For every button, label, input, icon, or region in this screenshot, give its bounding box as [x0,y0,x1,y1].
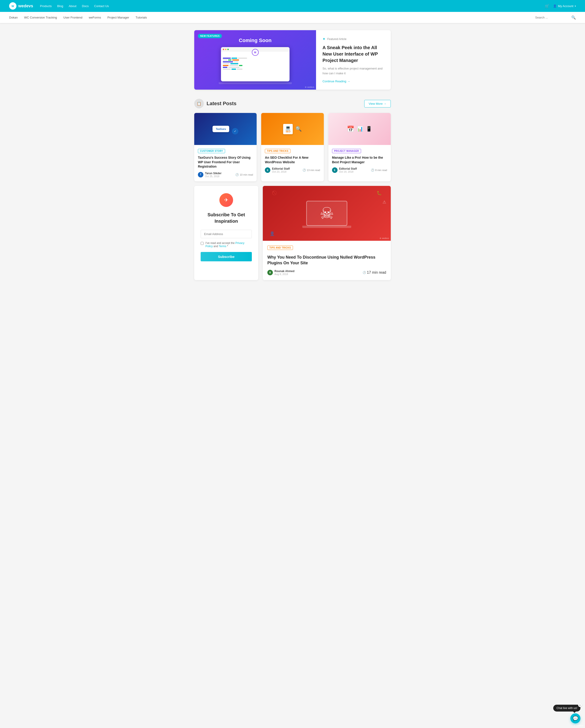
post-date-3: Oct 19, 2018 [339,170,357,173]
author-avatar-2: E [265,167,270,173]
large-post-card: 🚫 🐛 ⚠ 👤 ☠ ⊛ wedevs TIPS AND TRICKS Why Y… [263,186,391,280]
large-post-date: Aug 8, 2018 [274,273,295,276]
latest-posts-header: 📋 Latest Posts View More → [194,99,391,108]
post-card-body-3: PROJECT MANAGER Manage Like a Pro! How t… [328,145,391,177]
user-icon: 👤 [553,4,557,8]
top-nav-links: Products Blog About Docs Contact Us [40,4,109,8]
large-post-title: Why You Need To Discontinue Using Nulled… [267,255,386,266]
mock-dot-red [223,49,224,50]
nav-about[interactable]: About [69,4,76,8]
post-img-content-1: TaxGuru ✓ [194,113,257,145]
my-account-dropdown[interactable]: 👤 My Account ▾ [553,4,576,8]
large-read-time-label: 17 min read [367,270,387,275]
author-info-2: Editorial Staff Oct 23, 2018 [272,167,290,173]
clock-icon-2: 🕐 [302,168,306,172]
featured-tag: ✦ Featured Article [322,37,384,41]
large-author-name: Rounak Ahmed [274,269,295,273]
nav-blog[interactable]: Blog [57,4,63,8]
post-author-2: E Editorial Staff Oct 23, 2018 [265,167,290,173]
featured-label: Featured Article [327,37,346,41]
read-time-3: 🕐 8 min read [371,168,387,172]
featured-title: A Sneak Peek into the All New User Inter… [322,44,384,63]
featured-image: NEW FEATURES Coming Soon M [194,30,316,89]
post-card-1: TaxGuru ✓ ⊛ wedevs CUSTOMER STORY TaxGur… [194,113,257,181]
post-meta-1: T Tarun Sikder Oct 25, 2018 🕐 10 min rea… [198,172,253,178]
email-input[interactable] [201,230,252,238]
post-category-3: PROJECT MANAGER [332,149,361,153]
taxguru-badge: ✓ [232,128,238,134]
post-title-3: Manage Like a Pro! How to be the Best Pr… [332,155,387,164]
logo-letter: w [12,4,14,8]
featured-star-icon: ✦ [322,37,325,41]
wedevs-stamp-large: ⊛ wedevs [379,237,389,239]
subscribe-title: Subscribe To Get Inspiration [201,211,252,224]
nav-wc-conversion[interactable]: WC Conversion Tracking [24,16,57,19]
mock-laptop-base [219,82,292,84]
search-input[interactable] [535,16,569,19]
privacy-checkbox[interactable] [201,242,204,245]
large-post-category: TIPS AND TRICKS [267,245,293,250]
read-time-label-1: 10 min read [240,173,253,176]
search-area: 🔍 [535,15,576,20]
author-info-3: Editorial Staff Oct 19, 2018 [339,167,357,173]
posts-section-icon: 📋 [194,99,204,108]
latest-posts-heading: Latest Posts [207,101,237,107]
bug-icon-3: ⚠ [382,200,386,205]
author-name-1: Tarun Sikder [205,172,221,175]
large-post-meta: R Rounak Ahmed Aug 8, 2018 🕐 17 min read [267,269,386,276]
clock-icon-3: 🕐 [371,168,374,172]
post-card-3: 📅 📊 📱 ⊛ wedevs PROJECT MANAGER Manage Li… [328,113,391,181]
clock-icon-1: 🕐 [235,173,239,176]
cart-icon[interactable]: 🛒 [545,4,549,8]
post-author-1: T Tarun Sikder Oct 25, 2018 [198,172,221,178]
post-title-2: An SEO Checklist For A New WordPress Web… [265,155,320,164]
nav-products[interactable]: Products [40,4,52,8]
terms-link[interactable]: Terms [219,245,227,248]
send-icon: ✈ [224,197,228,203]
subscribe-button[interactable]: Subscribe [201,252,252,261]
mock-dot-green [228,49,229,50]
nav-project-manager[interactable]: Project Manager [107,16,129,19]
nav-contact-us[interactable]: Contact Us [94,4,109,8]
nav-user-frontend[interactable]: User Frontend [63,16,82,19]
read-time-1: 🕐 10 min read [235,173,253,176]
new-features-badge: NEW FEATURES [198,34,222,38]
laptop-base [302,226,351,228]
view-more-button[interactable]: View More → [364,100,391,107]
nav-weforms[interactable]: weForms [89,16,101,19]
featured-excerpt: So, what is effective project management… [322,66,384,76]
author-avatar-3: E [332,167,338,173]
large-post-body: TIPS AND TRICKS Why You Need To Disconti… [263,241,391,280]
nav-docs[interactable]: Docs [82,4,89,8]
secondary-nav-links: Dokan WC Conversion Tracking User Fronte… [9,16,147,19]
post-date-1: Oct 25, 2018 [205,175,221,178]
post-image-seo: 💻 SEO 🔍 ⊛ wedevs [261,113,324,145]
nav-dokan[interactable]: Dokan [9,16,18,19]
post-card-2: 💻 SEO 🔍 ⊛ wedevs TIPS AND TRICKS An SEO … [261,113,324,181]
main-content: NEW FEATURES Coming Soon M [190,30,395,280]
bottom-row: ✈ Subscribe To Get Inspiration I've read… [194,186,391,280]
large-read-time: 🕐 17 min read [363,270,387,275]
author-name-2: Editorial Staff [272,167,290,170]
site-logo[interactable]: w wedevs [9,2,33,9]
secondary-navigation: Dokan WC Conversion Tracking User Fronte… [0,12,585,23]
terms-asterisk: * [226,245,228,248]
laptop-illustration: ☠ [306,201,347,226]
search-icon[interactable]: 🔍 [571,15,576,20]
post-card-body-1: CUSTOMER STORY TaxGuru's Success Story O… [194,145,257,181]
bug-icon-4: 👤 [270,231,275,236]
large-author-avatar: R [267,270,273,275]
subscribe-card: ✈ Subscribe To Get Inspiration I've read… [194,186,258,280]
continue-reading-link[interactable]: Continue Reading → [322,80,384,83]
bug-icon-2: 🐛 [377,190,382,196]
my-account-label: My Account [558,4,573,8]
read-time-label-2: 13 min read [307,169,320,172]
author-name-3: Editorial Staff [339,167,357,170]
post-image-taxguru: TaxGuru ✓ ⊛ wedevs [194,113,257,145]
large-post-category-wrapper: TIPS AND TRICKS [267,245,386,252]
post-card-body-2: TIPS AND TRICKS An SEO Checklist For A N… [261,145,324,177]
post-title-1: TaxGuru's Success Story Of Using WP User… [198,155,253,169]
nav-tutorials[interactable]: Tutorials [135,16,147,19]
large-author-info: Rounak Ahmed Aug 8, 2018 [274,269,295,276]
post-meta-2: E Editorial Staff Oct 23, 2018 🕐 13 min … [265,167,320,173]
